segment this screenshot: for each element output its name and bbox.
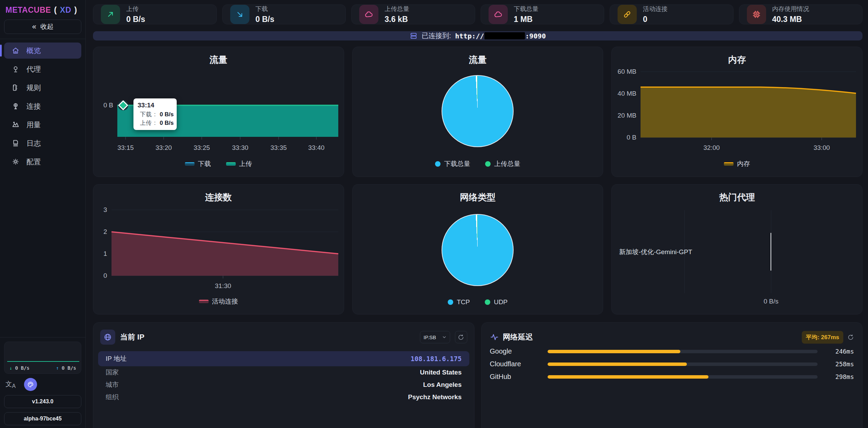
sidebar-item-label: 用量 (26, 120, 41, 130)
cloud-icon (489, 5, 508, 24)
legend-dot-icon (485, 299, 490, 305)
backend-url: http:// :9090 (455, 32, 546, 40)
zero-value-bar (771, 233, 771, 271)
sidebar-item-config[interactable]: 配置 (4, 154, 81, 170)
proxy-icon (12, 65, 20, 73)
traffic-pie-chart[interactable] (442, 75, 514, 147)
rules-icon (12, 84, 20, 92)
sidebar-item-proxies[interactable]: 代理 (4, 61, 81, 77)
mini-traffic-stats: ↓ 0 B/s ↑ 0 B/s (4, 365, 81, 371)
latency-bar-track (548, 375, 818, 379)
legend-active-connections[interactable]: 活动连接 (199, 297, 238, 306)
connections-area-chart[interactable]: 3 2 1 0 31:30 (93, 205, 344, 293)
legend-udp[interactable]: UDP (485, 298, 507, 306)
arrow-up-icon: ↑ (56, 365, 59, 371)
chart-tooltip: 33:14 下载: 0 B/s 上传: 0 B/s (133, 98, 177, 130)
chart-legend: TCP UDP (353, 298, 603, 306)
chart-legend: 活动连接 (93, 297, 344, 306)
traffic-line-chart[interactable]: 0 B 33:15 33:20 33:25 33:30 33:35 33:40 (93, 68, 344, 155)
chevrons-left-icon: « (32, 23, 36, 31)
sidebar-item-overview[interactable]: 概览 (4, 43, 81, 59)
svg-text:31:30: 31:30 (215, 282, 231, 289)
charts-row-1: 流量 0 B 33:15 33:20 33:25 33:30 33:35 3 (93, 47, 863, 177)
legend-dot-icon (448, 299, 453, 305)
brand-text: METACUBE (5, 5, 51, 14)
svg-text:3: 3 (103, 206, 107, 213)
collapse-sidebar-button[interactable]: « 收起 (4, 20, 81, 34)
legend-upload[interactable]: 上传 (226, 159, 252, 168)
latency-bar-track (548, 350, 818, 353)
stats-row: 上传 0 B/s 下载 0 B/s 上传总量 3.6 kB (93, 4, 863, 24)
svg-text:2: 2 (103, 228, 107, 235)
latency-row-google: Google 246ms (482, 345, 863, 358)
panel-header: 当前 IP IP.SB (93, 323, 474, 345)
sidebar-item-rules[interactable]: 规则 (4, 80, 81, 96)
connections-icon (12, 102, 20, 110)
ip-label: IP 地址 (106, 354, 127, 363)
sidebar-tools: 文A (5, 378, 80, 391)
svg-text:20 MB: 20 MB (618, 112, 636, 119)
svg-text:1: 1 (103, 250, 107, 257)
legend-tcp[interactable]: TCP (448, 298, 470, 306)
svg-text:33:35: 33:35 (270, 144, 287, 151)
latency-bar-fill (548, 350, 680, 353)
mini-down-value: 0 B/s (15, 365, 30, 371)
stat-label: 活动连接 (643, 5, 668, 13)
sidebar-item-usage[interactable]: 用量 (4, 117, 81, 133)
network-type-pie-chart[interactable] (442, 214, 514, 286)
mini-up-value: 0 B/s (62, 365, 76, 371)
network-latency-panel: 网络延迟 平均: 267ms Google 246ms Cloudflare (481, 322, 863, 428)
translate-icon[interactable]: 文A (5, 380, 16, 389)
divider (0, 337, 85, 337)
palette-icon (27, 381, 34, 388)
legend-dot-icon (435, 161, 441, 167)
latency-bar-track (548, 362, 818, 366)
version-button[interactable]: v1.243.0 (4, 395, 81, 408)
legend-memory[interactable]: 内存 (724, 159, 750, 168)
banner-label: 已连接到: (422, 31, 451, 40)
svg-text:33:15: 33:15 (117, 144, 134, 151)
panel-title: 网络延迟 (503, 332, 533, 342)
sidebar-item-label: 代理 (26, 64, 41, 74)
legend-upload-total[interactable]: 上传总量 (485, 159, 520, 168)
chart-title: 热门代理 (612, 185, 862, 203)
memory-area-chart[interactable]: 60 MB 40 MB 20 MB 0 B 32:00 33:00 (612, 68, 863, 155)
stat-value: 1 MB (514, 15, 539, 24)
sidebar-traffic-chart: ↓ 0 B/s ↑ 0 B/s (4, 342, 81, 374)
sidebar-item-logs[interactable]: 日志 (4, 135, 81, 151)
chevron-down-icon (442, 335, 446, 339)
ip-address-row: IP 地址 108.181.6.175 (98, 351, 469, 366)
build-button[interactable]: alpha-97bce45 (4, 412, 81, 425)
sidebar-item-connections[interactable]: 连接 (4, 98, 81, 114)
stat-value: 0 (643, 15, 668, 24)
arrow-down-right-icon (230, 5, 249, 24)
traffic-pie-chart-card: 流量 下载总量 上传总量 (352, 47, 603, 177)
connected-banner: 已连接到: http:// :9090 (93, 31, 863, 40)
panel-header: 网络延迟 平均: 267ms (482, 323, 863, 343)
charts-row-2: 连接数 3 2 1 0 31:30 活动连接 (93, 184, 863, 314)
svg-text:0 B: 0 B (103, 102, 113, 109)
svg-text:32:00: 32:00 (704, 144, 720, 151)
memory-chart-card: 内存 60 MB 40 MB 20 MB 0 B 32:00 33:00 (611, 47, 863, 177)
active-indicator (0, 45, 2, 57)
stat-download-total: 下载总量 1 MB (481, 4, 605, 24)
stat-label: 上传 (126, 5, 145, 13)
home-icon (12, 47, 20, 55)
latency-bar-fill (548, 362, 687, 366)
refresh-icon (458, 334, 464, 341)
stat-download: 下载 0 B/s (222, 4, 346, 24)
refresh-ip-button[interactable] (455, 331, 467, 343)
panel-title: 当前 IP (120, 332, 144, 342)
axis-tick-label: 0 B/s (764, 298, 778, 305)
legend-download-total[interactable]: 下载总量 (435, 159, 470, 168)
usage-icon (12, 121, 20, 129)
legend-download[interactable]: 下载 (185, 159, 211, 168)
refresh-latency-button[interactable] (847, 334, 854, 341)
ip-provider-select[interactable]: IP.SB (420, 331, 450, 343)
latency-rows: Google 246ms Cloudflare 258ms GitHub 298… (482, 343, 863, 383)
legend-line-icon (724, 162, 734, 166)
chart-title: 网络类型 (353, 185, 603, 203)
svg-text:0 B: 0 B (627, 134, 637, 141)
theme-palette-button[interactable] (24, 378, 37, 391)
stat-value: 0 B/s (256, 15, 274, 24)
